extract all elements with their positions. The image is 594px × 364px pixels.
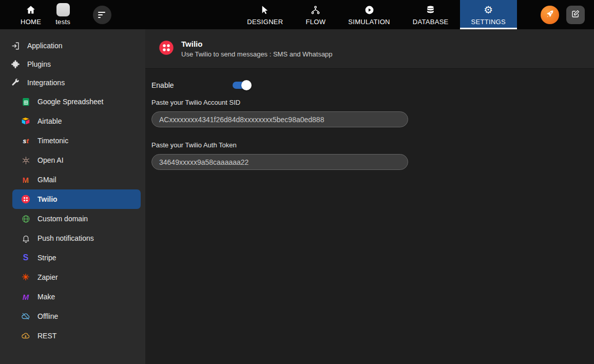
sidebar-item-gmail[interactable]: M GMail <box>12 170 141 189</box>
gmail-icon: M <box>21 175 31 185</box>
airtable-icon <box>21 116 31 126</box>
page-title: Twilio <box>181 40 333 48</box>
sidebar-item-airtable[interactable]: Airtable <box>12 111 141 131</box>
auth-token-input[interactable] <box>151 154 408 170</box>
tab-simulation[interactable]: SIMULATION <box>337 0 401 29</box>
auth-token-field-group: Paste your Twilio Auth Token <box>151 141 594 170</box>
sidebar-item-make[interactable]: M Make <box>12 287 141 306</box>
tab-flow-label: FLOW <box>306 18 326 26</box>
sidebar-item-timetonic[interactable]: st Timetonic <box>12 131 141 150</box>
account-sid-field-group: Paste your Twilio Account SID <box>151 99 594 127</box>
tab-designer[interactable]: DESIGNER <box>236 0 294 29</box>
tab-settings-label: SETTINGS <box>471 18 506 26</box>
sidebar-item-label: Integrations <box>27 79 65 87</box>
project-label: tests <box>55 18 70 26</box>
sidebar: Application Plugins Integrations Google <box>0 29 145 364</box>
topbar-nav: DESIGNER FLOW SIMULATION <box>236 0 517 29</box>
project-tests[interactable]: tests <box>48 0 78 29</box>
offline-cloud-icon <box>21 311 31 321</box>
application-icon <box>10 41 21 51</box>
sidebar-item-offline[interactable]: Offline <box>12 306 141 326</box>
tab-database[interactable]: DATABASE <box>401 0 460 29</box>
stripe-icon: S <box>21 253 31 263</box>
openai-icon <box>21 155 31 165</box>
tab-flow[interactable]: FLOW <box>295 0 337 29</box>
database-icon <box>426 4 435 16</box>
sidebar-item-label: Timetonic <box>37 137 68 145</box>
gear-icon: ⚙ <box>484 4 493 16</box>
sidebar-item-openai[interactable]: Open AI <box>12 150 141 170</box>
bell-icon <box>21 233 31 243</box>
account-sid-label: Paste your Twilio Account SID <box>151 99 594 106</box>
main-panel: Twilio Use Twilio to send messages : SMS… <box>145 29 594 364</box>
sidebar-item-label: Airtable <box>37 117 62 125</box>
twilio-icon <box>159 40 174 58</box>
enable-row: Enable <box>151 79 594 91</box>
sidebar-item-label: Application <box>27 42 63 50</box>
sidebar-item-label: Stripe <box>37 254 56 262</box>
sidebar-item-plugins[interactable]: Plugins <box>0 55 145 73</box>
tab-database-label: DATABASE <box>413 18 449 26</box>
rocket-icon <box>545 9 554 20</box>
sidebar-item-label: Twilio <box>37 195 58 203</box>
sidebar-item-label: REST <box>37 332 56 340</box>
menu-button[interactable] <box>93 6 111 24</box>
sort-menu-icon <box>98 12 105 13</box>
topbar-actions <box>541 0 585 29</box>
sidebar-item-label: Google Spreadsheet <box>37 98 103 106</box>
sidebar-item-label: Offline <box>37 312 58 320</box>
globe-icon <box>21 214 31 224</box>
integration-header: Twilio Use Twilio to send messages : SMS… <box>145 29 594 69</box>
tab-simulation-label: SIMULATION <box>348 18 390 26</box>
sidebar-item-label: Push notifications <box>37 234 94 242</box>
timetonic-icon: st <box>21 136 31 146</box>
enable-label: Enable <box>151 81 231 89</box>
sidebar-item-zapier[interactable]: Zapier <box>12 267 141 287</box>
sidebar-item-twilio[interactable]: Twilio <box>12 189 141 209</box>
sidebar-item-label: Plugins <box>27 60 51 68</box>
flow-icon <box>311 4 320 16</box>
integrations-icon <box>10 78 21 88</box>
sidebar-item-label: Make <box>37 293 55 301</box>
enable-toggle[interactable] <box>231 80 252 90</box>
page-subtitle: Use Twilio to send messages : SMS and Wh… <box>181 50 333 58</box>
account-sid-input[interactable] <box>151 111 408 127</box>
sidebar-item-push-notifications[interactable]: Push notifications <box>12 228 141 248</box>
edit-button[interactable] <box>566 6 585 24</box>
edit-square-icon <box>571 9 580 20</box>
tab-settings[interactable]: ⚙ SETTINGS <box>460 0 517 29</box>
rest-cloud-icon <box>21 331 31 341</box>
sidebar-item-integrations[interactable]: Integrations <box>0 73 145 92</box>
twilio-icon <box>21 194 31 204</box>
auth-token-label: Paste your Twilio Auth Token <box>151 141 594 149</box>
sidebar-item-label: Custom domain <box>37 215 88 223</box>
app-square-icon <box>56 4 70 16</box>
topbar: HOME tests DESIGNER FLOW <box>0 0 594 29</box>
cursor-icon <box>260 4 270 16</box>
settings-form: Enable Paste your Twilio Account SID Pas… <box>145 69 594 184</box>
zapier-icon <box>21 272 31 282</box>
play-circle-icon <box>365 4 374 16</box>
nav-home[interactable]: HOME <box>13 0 48 29</box>
tab-designer-label: DESIGNER <box>247 18 283 26</box>
sidebar-item-rest[interactable]: REST <box>12 326 141 346</box>
google-spreadsheet-icon <box>21 97 31 107</box>
rocket-button[interactable] <box>541 6 559 24</box>
sidebar-item-application[interactable]: Application <box>0 36 145 55</box>
plugins-icon <box>10 59 21 69</box>
nav-home-label: HOME <box>21 18 41 26</box>
sidebar-item-stripe[interactable]: S Stripe <box>12 248 141 267</box>
home-icon <box>26 4 36 16</box>
make-icon: M <box>21 292 31 302</box>
sidebar-item-google-spreadsheet[interactable]: Google Spreadsheet <box>12 92 141 111</box>
sidebar-item-label: GMail <box>37 176 56 184</box>
sidebar-item-label: Zapier <box>37 273 58 281</box>
sidebar-item-label: Open AI <box>37 156 64 164</box>
sidebar-item-custom-domain[interactable]: Custom domain <box>12 209 141 228</box>
